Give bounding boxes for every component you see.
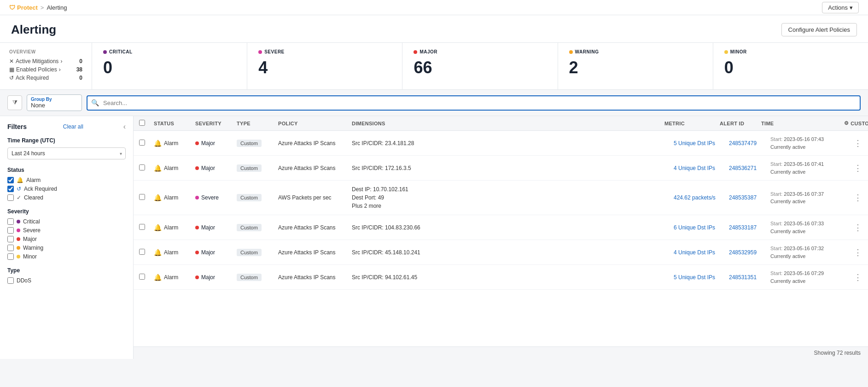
row-checkbox-6[interactable] [139, 274, 145, 280]
select-all-checkbox[interactable] [139, 120, 145, 126]
main-layout: Filters Clear all ‹ Time Range (UTC) Las… [0, 116, 868, 359]
cleared-icon-filter: ✓ [17, 194, 21, 201]
alertid-cell-4[interactable]: 248533187 [729, 224, 770, 231]
clear-all-button[interactable]: Clear all [63, 123, 83, 130]
filter-type-ddos[interactable]: DDoS [7, 277, 126, 284]
severe-severity-dot [17, 229, 20, 232]
row-checkbox-1[interactable] [139, 140, 145, 146]
breadcrumb-separator: > [41, 4, 44, 11]
alarm-icon-5: 🔔 [154, 249, 162, 256]
metric-cell-2[interactable]: 4 Unique Dst IPs [674, 165, 729, 171]
severity-cell-6: Major [195, 274, 237, 281]
row-checkbox-5[interactable] [139, 249, 145, 255]
customize-button[interactable]: ⚙ Customize [844, 120, 862, 126]
metric-cell-4[interactable]: 6 Unique Dst IPs [674, 224, 729, 231]
checkbox-critical[interactable] [7, 218, 14, 225]
row-menu-4[interactable]: ⋮ [853, 223, 862, 233]
filter-button[interactable]: ⧩ [7, 95, 22, 110]
row-menu-2[interactable]: ⋮ [853, 163, 862, 173]
severity-cell-1: Major [195, 140, 237, 147]
minor-severity-dot [17, 255, 20, 258]
table-row: 🔔 Alarm Major Custom Azure Attacks IP Sc… [134, 215, 868, 240]
metric-cell-3[interactable]: 424.62 packets/s [674, 194, 729, 201]
ack-icon-filter: ↺ [17, 186, 21, 192]
checkbox-alarm[interactable] [7, 177, 14, 183]
group-by-select[interactable]: Group By None [27, 94, 82, 111]
severity-card-warning[interactable]: WARNING 2 [558, 43, 713, 89]
warning-severity-dot [17, 246, 20, 250]
metric-cell-1[interactable]: 5 Unique Dst IPs [674, 140, 729, 147]
filter-section-type: Type DDoS [7, 267, 126, 284]
metric-cell-5[interactable]: 4 Unique Dst IPs [674, 249, 729, 256]
chevron-right-icon: › [60, 58, 62, 64]
time-range-select[interactable]: Last 24 hours Last 7 days Last 30 days [7, 147, 126, 159]
row-menu-5[interactable]: ⋮ [853, 247, 862, 258]
policy-cell-1: Azure Attacks IP Scans [278, 140, 352, 147]
filter-status-cleared[interactable]: ✓ Cleared [7, 194, 126, 201]
search-icon: 🔍 [91, 99, 99, 106]
alertid-cell-6[interactable]: 248531351 [729, 274, 770, 281]
row-checkbox-2[interactable] [139, 164, 145, 170]
sidebar-collapse-button[interactable]: ‹ [123, 123, 126, 131]
overview-active-mitigations[interactable]: ✕ Active Mitigations › 0 [9, 58, 82, 64]
overview-enabled-policies[interactable]: ▦ Enabled Policies › 38 [9, 66, 82, 73]
filter-severity-critical[interactable]: Critical [7, 218, 126, 225]
overview-ack-required: ↺ Ack Required 0 [9, 75, 82, 81]
alertid-cell-5[interactable]: 248532959 [729, 249, 770, 256]
checkbox-ddos[interactable] [7, 277, 14, 284]
major-severity-dot [17, 237, 20, 241]
filter-status-alarm[interactable]: 🔔 Alarm [7, 177, 126, 183]
policy-cell-2: Azure Attacks IP Scans [278, 165, 352, 171]
severity-card-major[interactable]: MAJOR 66 [402, 43, 558, 89]
critical-severity-dot [17, 220, 20, 223]
checkbox-severe[interactable] [7, 227, 14, 234]
time-cell-6: Start: 2023-05-16 07:29 Currently active [770, 270, 853, 285]
alertid-cell-3[interactable]: 248535387 [729, 194, 770, 201]
type-cell-3: Custom [237, 194, 278, 201]
time-cell-4: Start: 2023-05-16 07:33 Currently active [770, 220, 853, 235]
filter-severity-severe[interactable]: Severe [7, 227, 126, 234]
status-cell-6: 🔔 Alarm [154, 274, 195, 281]
table-row: 🔔 Alarm Severe Custom AWS Packets per se… [134, 181, 868, 215]
critical-dot [103, 50, 107, 54]
checkbox-ack-required[interactable] [7, 186, 14, 192]
col-header-status: Status [154, 121, 195, 126]
major-dot-5 [195, 251, 199, 254]
type-cell-2: Custom [237, 164, 278, 172]
policy-cell-5: Azure Attacks IP Scans [278, 249, 352, 256]
metric-cell-6[interactable]: 5 Unique Dst IPs [674, 274, 729, 281]
time-cell-1: Start: 2023-05-16 07:43 Currently active [770, 135, 853, 151]
page-title: Alerting [11, 23, 56, 37]
severity-card-minor[interactable]: MINOR 0 [713, 43, 868, 89]
sidebar-filters: Filters Clear all ‹ Time Range (UTC) Las… [0, 116, 134, 359]
filter-section-status: Status 🔔 Alarm ↺ Ack Required ✓ Cleared [7, 167, 126, 201]
filter-status-ack-required[interactable]: ↺ Ack Required [7, 186, 126, 192]
filter-section-severity: Severity Critical Severe Major Warning [7, 208, 126, 260]
search-input[interactable] [87, 95, 861, 111]
status-cell-2: 🔔 Alarm [154, 164, 195, 172]
checkbox-cleared[interactable] [7, 194, 14, 201]
severity-card-critical[interactable]: CRITICAL 0 [92, 43, 247, 89]
row-checkbox-4[interactable] [139, 224, 145, 230]
actions-button[interactable]: Actions ▾ [822, 2, 859, 13]
col-header-time: Time [761, 121, 844, 126]
configure-alert-policies-button[interactable]: Configure Alert Policies [781, 23, 857, 36]
row-menu-6[interactable]: ⋮ [853, 272, 862, 282]
row-menu-1[interactable]: ⋮ [853, 138, 862, 148]
checkbox-warning[interactable] [7, 245, 14, 251]
filter-severity-major[interactable]: Major [7, 236, 126, 242]
row-menu-3[interactable]: ⋮ [853, 193, 862, 203]
severe-dot-3 [195, 196, 199, 199]
col-header-alertid: Alert ID [720, 121, 761, 126]
brand-protect[interactable]: 🛡 Protect [9, 4, 38, 11]
major-dot-1 [195, 141, 199, 145]
filter-severity-minor[interactable]: Minor [7, 253, 126, 260]
checkbox-minor[interactable] [7, 253, 14, 260]
severity-card-severe[interactable]: SEVERE 4 [247, 43, 402, 89]
alertid-cell-1[interactable]: 248537479 [729, 140, 770, 147]
filter-severity-warning[interactable]: Warning [7, 245, 126, 251]
chevron-right-icon-2: › [59, 66, 61, 73]
alertid-cell-2[interactable]: 248536271 [729, 165, 770, 171]
checkbox-major[interactable] [7, 236, 14, 242]
row-checkbox-3[interactable] [139, 194, 145, 200]
